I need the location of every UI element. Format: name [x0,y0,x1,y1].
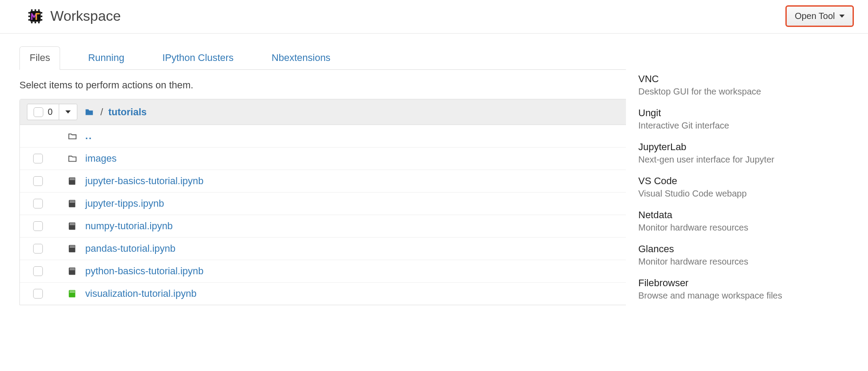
row-checkbox[interactable] [33,176,43,186]
svg-point-8 [34,9,36,11]
row-checkbox[interactable] [33,266,43,276]
menu-item-title: JupyterLab [638,141,852,153]
caret-down-icon [839,15,845,18]
menu-item-title: Ungit [638,107,852,119]
notebook-icon [67,175,78,187]
folder-icon [67,153,78,164]
menu-item-desc: Interactive Git interface [638,121,852,131]
notebook-icon [67,265,78,277]
menu-item-desc: Next-gen user interface for Jupyter [638,155,852,165]
svg-point-10 [31,22,33,23]
file-row: numpy-tutorial.ipynb [20,215,667,238]
menu-item-desc: Monitor hardware resources [638,223,852,233]
header-bar: Workspace Open Tool [0,0,868,34]
menu-item-glances[interactable]: Glances Monitor hardware resources [626,239,864,273]
menu-item-ungit[interactable]: Ungit Interactive Git interface [626,103,864,137]
file-name[interactable]: visualization-tutorial.ipynb [85,288,197,299]
menu-item-desc: Monitor hardware resources [638,257,852,267]
file-name[interactable]: jupyter-tipps.ipynb [85,198,164,209]
file-row: jupyter-basics-tutorial.ipynb [20,170,667,193]
menu-item-desc: Visual Studio Code webapp [638,189,852,199]
row-checkbox[interactable] [33,289,43,299]
file-name[interactable]: images [85,153,117,164]
file-toolbar: 0 / tutorials [20,99,667,125]
file-name[interactable]: numpy-tutorial.ipynb [85,220,173,232]
menu-item-title: VNC [638,73,852,85]
file-name[interactable]: python-basics-tutorial.ipynb [85,265,204,277]
selected-count: 0 [48,107,53,117]
file-row: pandas-tutorial.ipynb [20,238,667,260]
file-list-panel: 0 / tutorials .. [19,99,668,305]
breadcrumb-separator: / [100,106,103,118]
folder-icon[interactable] [83,106,95,118]
file-row: images [20,148,667,170]
tab-nbextensions[interactable]: Nbextensions [262,46,341,70]
menu-item-title: Filebrowser [638,277,852,289]
svg-point-3 [28,19,30,21]
notebook-running-icon [67,288,78,299]
tab-running[interactable]: Running [78,46,134,70]
page-title: Workspace [50,8,121,24]
parent-dir-row[interactable]: .. [20,125,667,148]
menu-item-title: Glances [638,243,852,255]
svg-point-5 [41,15,42,17]
file-name[interactable]: pandas-tutorial.ipynb [85,243,175,254]
open-tool-label: Open Tool [795,11,835,21]
svg-point-4 [41,12,42,14]
svg-point-1 [28,12,30,14]
menu-item-jupyterlab[interactable]: JupyterLab Next-gen user interface for J… [626,137,864,171]
file-row: jupyter-tipps.ipynb [20,193,667,215]
file-row: python-basics-tutorial.ipynb [20,260,667,283]
row-checkbox[interactable] [33,199,43,208]
menu-item-netdata[interactable]: Netdata Monitor hardware resources [626,205,864,239]
menu-item-desc: Browse and manage workspace files [638,291,852,301]
svg-point-2 [28,15,30,17]
row-checkbox[interactable] [33,221,43,231]
select-all-checkbox[interactable] [34,107,43,117]
open-tool-button[interactable]: Open Tool [785,5,854,27]
tab-files[interactable]: Files [19,46,60,70]
menu-item-desc: Desktop GUI for the workspace [638,87,852,97]
menu-item-title: Netdata [638,209,852,221]
breadcrumb: / tutorials [83,106,147,118]
menu-item-vscode[interactable]: VS Code Visual Studio Code webapp [626,171,864,205]
svg-point-7 [31,9,33,11]
open-tool-menu: VNC Desktop GUI for the workspace Ungit … [626,64,864,305]
svg-point-9 [38,9,40,11]
notebook-icon [67,198,78,209]
menu-item-title: VS Code [638,175,852,187]
file-name[interactable]: jupyter-basics-tutorial.ipynb [85,175,204,187]
menu-item-filebrowser[interactable]: Filebrowser Browse and manage workspace … [626,273,864,305]
svg-point-12 [38,22,40,23]
menu-item-vnc[interactable]: VNC Desktop GUI for the workspace [626,69,864,103]
tab-ipython-clusters[interactable]: IPython Clusters [152,46,243,70]
svg-point-6 [41,19,42,21]
row-checkbox[interactable] [33,244,43,254]
notebook-icon [67,243,78,254]
select-menu-toggle[interactable] [59,104,77,120]
row-checkbox[interactable] [33,154,43,163]
svg-point-11 [34,22,36,23]
brand: Workspace [27,8,121,25]
file-row: visualization-tutorial.ipynb [20,283,667,305]
main-area: Files Running IPython Clusters Nbextensi… [0,34,868,305]
workspace-logo-icon [27,8,44,25]
breadcrumb-folder[interactable]: tutorials [108,106,147,118]
folder-open-icon [67,130,78,142]
select-all-group: 0 [27,104,77,120]
notebook-icon [67,220,78,232]
select-all-count[interactable]: 0 [27,104,59,120]
file-name[interactable]: .. [85,130,92,142]
caret-down-icon [65,110,71,114]
